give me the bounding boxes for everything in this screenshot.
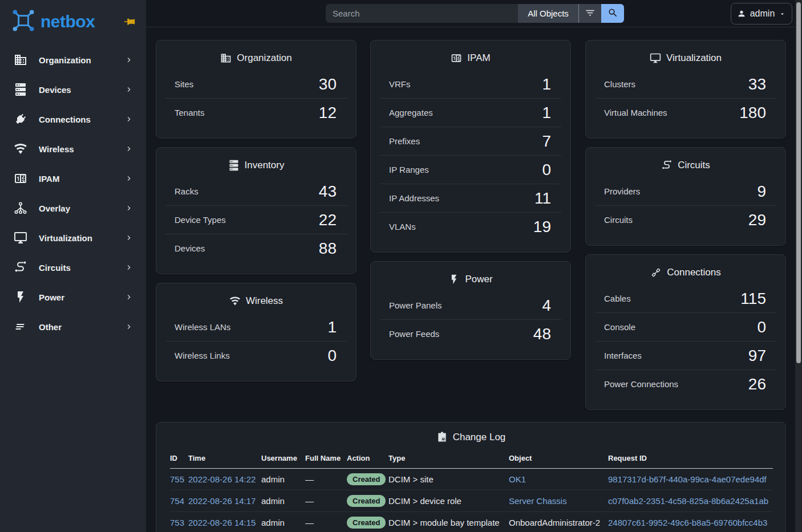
stat-value[interactable]: 48 xyxy=(533,325,551,343)
sidebar-item-virtualization[interactable]: Virtualization xyxy=(0,223,146,253)
sidebar-item-circuits[interactable]: Circuits xyxy=(0,253,146,282)
stat-value[interactable]: 9 xyxy=(757,182,766,201)
changelog-row: 755 2022-08-26 14:22 admin — Created DCI… xyxy=(170,469,773,490)
user-menu-button[interactable]: admin xyxy=(731,3,792,25)
changelog-object-link[interactable]: Server Chassis xyxy=(509,496,567,506)
stat-label[interactable]: IP Addresses xyxy=(389,193,439,203)
bolt-icon xyxy=(448,274,460,285)
changelog-time-link[interactable]: 2022-08-26 14:17 xyxy=(188,496,256,506)
stat-row: Aggregates 1 xyxy=(380,98,561,127)
stat-value[interactable]: 1 xyxy=(542,75,551,94)
stat-value[interactable]: 29 xyxy=(748,211,766,229)
search-input[interactable] xyxy=(326,4,518,23)
stat-value[interactable]: 0 xyxy=(542,161,551,179)
stat-value[interactable]: 88 xyxy=(319,239,337,258)
brand-wordmark[interactable]: netbox xyxy=(40,12,95,31)
sidebar-item-other[interactable]: Other xyxy=(0,312,146,342)
search-button[interactable] xyxy=(601,4,624,23)
netbox-logo-icon[interactable] xyxy=(11,9,35,35)
stat-label[interactable]: VRFs xyxy=(389,79,411,89)
stat-value[interactable]: 7 xyxy=(542,132,551,151)
stat-label[interactable]: Power Feeds xyxy=(389,329,439,339)
stat-value[interactable]: 19 xyxy=(533,218,551,236)
stat-label[interactable]: Power Connections xyxy=(604,379,678,389)
stat-value[interactable]: 22 xyxy=(319,211,337,229)
stat-value[interactable]: 4 xyxy=(542,297,551,315)
changelog-time-link[interactable]: 2022-08-26 14:15 xyxy=(188,518,256,527)
changelog-id-link[interactable]: 755 xyxy=(170,474,184,484)
stat-label[interactable]: Devices xyxy=(175,243,205,253)
stat-label[interactable]: Cables xyxy=(604,294,631,303)
stat-label[interactable]: Console xyxy=(604,322,635,332)
sidebar-item-ipam[interactable]: IPAM xyxy=(0,164,146,193)
stat-value[interactable]: 97 xyxy=(748,347,766,365)
sidebar-item-label: Other xyxy=(39,322,62,332)
card-power: Power Power Panels 4 Power Feeds 48 xyxy=(370,261,571,360)
stat-label[interactable]: Device Types xyxy=(175,215,226,225)
stat-value[interactable]: 0 xyxy=(757,318,766,336)
stat-value[interactable]: 180 xyxy=(739,104,766,122)
page-scrollbar[interactable] xyxy=(795,0,802,532)
stat-label[interactable]: Circuits xyxy=(604,215,633,225)
sidebar-item-overlay[interactable]: Overlay xyxy=(0,193,146,223)
sidebar-item-label: Virtualization xyxy=(39,233,92,243)
stat-value[interactable]: 33 xyxy=(748,75,766,94)
stat-label[interactable]: Prefixes xyxy=(389,136,420,146)
stat-label[interactable]: IP Ranges xyxy=(389,165,429,174)
sidebar-item-connections[interactable]: Connections xyxy=(0,104,146,134)
sidebar-item-organization[interactable]: Organization xyxy=(0,45,146,75)
card-title: Power xyxy=(465,274,492,285)
global-search: All Objects xyxy=(326,4,624,23)
stat-label[interactable]: VLANs xyxy=(389,222,416,232)
stat-label[interactable]: Racks xyxy=(175,186,199,196)
stat-label[interactable]: Aggregates xyxy=(389,108,433,117)
sidebar-item-wireless[interactable]: Wireless xyxy=(0,134,146,164)
stat-label[interactable]: Interfaces xyxy=(604,351,642,360)
stat-label[interactable]: Wireless LANs xyxy=(175,322,230,332)
scrollbar-thumb[interactable] xyxy=(796,2,801,363)
changelog-type: DCIM > device role xyxy=(388,490,509,512)
stat-value[interactable]: 11 xyxy=(534,189,551,208)
stat-label[interactable]: Sites xyxy=(175,79,193,89)
changelog-username: admin xyxy=(261,512,305,532)
stat-label[interactable]: Clusters xyxy=(604,79,635,89)
changelog-object: Server Chassis xyxy=(509,490,608,512)
changelog-time-link[interactable]: 2022-08-26 14:22 xyxy=(188,474,256,484)
stat-value[interactable]: 43 xyxy=(319,182,337,201)
stat-value[interactable]: 0 xyxy=(327,347,337,365)
pin-sidebar-icon[interactable] xyxy=(123,15,136,28)
cable-icon xyxy=(650,267,662,278)
changelog-fullname: — xyxy=(305,469,347,490)
transit-icon xyxy=(14,261,27,274)
stat-value[interactable]: 1 xyxy=(542,104,551,122)
changelog-id-link[interactable]: 753 xyxy=(170,518,184,527)
changelog-request-id-link[interactable]: c07f0ab2-2351-4c58-825a-8b6a2425a1ab xyxy=(608,496,768,506)
sidebar-item-power[interactable]: Power xyxy=(0,282,146,312)
search-scope-dropdown[interactable]: All Objects xyxy=(518,4,578,23)
changelog-request-id-link[interactable]: 9817317d-b67f-440a-99ca-4ae07ede94df xyxy=(608,474,767,484)
stat-value[interactable]: 30 xyxy=(319,75,337,94)
changelog-object-link[interactable]: OK1 xyxy=(509,474,526,484)
card-title: Circuits xyxy=(678,160,710,171)
stat-value[interactable]: 26 xyxy=(748,375,766,393)
netbox-dashboard: netbox Organization Devices Connections … xyxy=(0,0,802,532)
stat-label[interactable]: Virtual Machines xyxy=(604,108,667,117)
stat-value[interactable]: 12 xyxy=(319,104,337,122)
changelog-type: DCIM > module bay template xyxy=(388,512,509,532)
sidebar-item-devices[interactable]: Devices xyxy=(0,75,146,104)
changelog-request-id-link[interactable]: 24807c61-9952-49c6-b8a5-69760bfcc4b3 xyxy=(608,518,767,527)
stat-label[interactable]: Tenants xyxy=(175,108,205,117)
filter-button[interactable] xyxy=(578,4,601,23)
stat-label[interactable]: Wireless Links xyxy=(175,351,230,360)
cards-column-right: Virtualization Clusters 33 Virtual Machi… xyxy=(585,40,786,410)
changelog-row: 754 2022-08-26 14:17 admin — Created DCI… xyxy=(170,490,773,512)
stat-row: Device Types 22 xyxy=(165,205,347,234)
stat-label[interactable]: Providers xyxy=(604,186,640,196)
stat-value[interactable]: 1 xyxy=(327,318,337,336)
stat-value[interactable]: 115 xyxy=(740,290,766,308)
card-title: Connections xyxy=(667,267,721,278)
action-badge: Created xyxy=(347,495,386,507)
changelog-id-link[interactable]: 754 xyxy=(170,496,184,506)
stat-label[interactable]: Power Panels xyxy=(389,300,442,310)
stat-row: VLANs 19 xyxy=(380,212,561,241)
